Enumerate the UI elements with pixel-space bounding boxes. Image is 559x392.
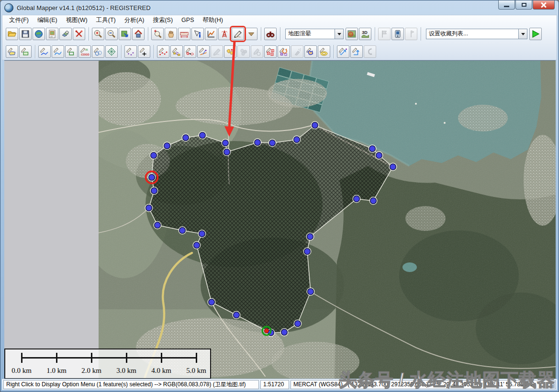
- zoom-full-extent-button[interactable]: [119, 28, 131, 40]
- polygon-vertex[interactable]: [154, 221, 161, 229]
- configuration-button[interactable]: [73, 28, 85, 40]
- feature-info-tool-button[interactable]: [191, 28, 204, 40]
- zoom-in-button[interactable]: [92, 28, 104, 40]
- overview-icon: [347, 29, 357, 39]
- snap-first-vertex-button[interactable]: [337, 45, 349, 58]
- polygon-vertex[interactable]: [307, 288, 314, 295]
- zoom-out-button[interactable]: [105, 28, 118, 40]
- polygon-vertex[interactable]: [163, 142, 171, 150]
- maximize-button[interactable]: [515, 0, 532, 10]
- zoom-tool-button[interactable]: [151, 28, 164, 40]
- overlay-control-center-button[interactable]: [59, 28, 72, 40]
- polygon-vertex[interactable]: [193, 241, 201, 249]
- create-buffer-button[interactable]: [318, 45, 330, 58]
- create-area-feature-button[interactable]: [6, 45, 18, 58]
- minimize-button[interactable]: [498, 0, 515, 10]
- create-rectangle-button[interactable]: [65, 45, 78, 58]
- polygon-vertex[interactable]: [353, 195, 360, 203]
- create-line-feature-button[interactable]: [38, 45, 51, 58]
- view-shed-tool-button[interactable]: [218, 28, 231, 40]
- polygon-vertex[interactable]: [233, 311, 240, 319]
- tower-icon: [220, 29, 229, 39]
- chevron-down-icon[interactable]: [335, 29, 343, 39]
- polygon-vertex[interactable]: [303, 248, 311, 255]
- polygon-vertex[interactable]: [311, 121, 319, 129]
- polygon-vertex[interactable]: [148, 174, 156, 181]
- digitizer-tool-menu-button[interactable]: [245, 28, 257, 40]
- menu-help[interactable]: 帮助(H): [198, 16, 227, 25]
- overview-map-button[interactable]: [346, 28, 358, 40]
- digitizer-tool-button[interactable]: [232, 28, 244, 40]
- create-rectangle-area-button[interactable]: [19, 45, 32, 58]
- polygon-vertex[interactable]: [222, 139, 229, 147]
- gps-device-button[interactable]: [391, 28, 404, 40]
- status-scale: 1:51720: [260, 380, 289, 389]
- polygon-vertex[interactable]: [198, 230, 206, 238]
- split-feature-button[interactable]: [197, 45, 210, 58]
- download-online-imagery-button[interactable]: [33, 28, 45, 40]
- create-point-feature-button[interactable]: [124, 45, 137, 58]
- polygon-vertex[interactable]: [294, 320, 302, 327]
- polygon-vertex[interactable]: [150, 187, 158, 195]
- polygon-vertex[interactable]: [179, 227, 186, 234]
- show-3d-view-button[interactable]: [359, 28, 371, 40]
- polygon-vertex[interactable]: [182, 134, 190, 142]
- close-button[interactable]: [533, 0, 555, 10]
- measure-tool-button[interactable]: [178, 28, 190, 40]
- create-point-at-coordinate-button[interactable]: [138, 45, 150, 58]
- polygon-vertex[interactable]: [369, 197, 377, 205]
- menu-tools[interactable]: 工具(T): [92, 16, 120, 25]
- combine-areas-button[interactable]: [224, 45, 236, 58]
- scale-bar-tick: [161, 353, 162, 363]
- zoom-last-view-button[interactable]: [132, 28, 145, 40]
- polygon-vertex[interactable]: [208, 298, 215, 306]
- polygon-vertex[interactable]: [223, 148, 231, 156]
- resize-grip[interactable]: [549, 383, 555, 388]
- title-bar[interactable]: Global Mapper v14.1 (b120512) - REGISTER…: [0, 0, 559, 15]
- make-right-angle-button[interactable]: [350, 45, 363, 58]
- menu-gps[interactable]: GPS: [177, 16, 198, 24]
- polygon-vertex[interactable]: [280, 328, 288, 336]
- polygon-vertex[interactable]: [268, 139, 276, 147]
- create-cogo-shape-button[interactable]: [78, 45, 91, 58]
- find-features-button[interactable]: [264, 28, 277, 40]
- edit-attributes-button[interactable]: [264, 45, 277, 58]
- polygon-vertex[interactable]: [254, 139, 261, 146]
- menu-file[interactable]: 文件(F): [5, 16, 33, 25]
- polygon-vertex[interactable]: [375, 152, 383, 159]
- polygon-vertex[interactable]: [150, 152, 157, 159]
- menu-view[interactable]: 视图(W): [62, 16, 92, 25]
- map-viewport[interactable]: 0.0 km1.0 km2.0 km3.0 km4.0 km5.0 km: [4, 60, 556, 379]
- menu-search[interactable]: 搜索(S): [148, 16, 177, 25]
- polygon-vertex[interactable]: [199, 131, 206, 139]
- favorites-dropdown[interactable]: 设置收藏列表...: [426, 29, 527, 39]
- menu-edit[interactable]: 编辑(E): [33, 16, 62, 25]
- full-extent-icon: [120, 29, 130, 39]
- polygon-vertex[interactable]: [389, 163, 397, 171]
- cut-area-from-area-button[interactable]: [304, 45, 317, 58]
- polygon-vertex[interactable]: [306, 233, 314, 240]
- pan-tool-button[interactable]: [165, 28, 177, 40]
- map-canvas[interactable]: [4, 61, 556, 379]
- edit-feature-vertices-button[interactable]: [157, 45, 169, 58]
- create-regular-grid-button[interactable]: [105, 45, 118, 58]
- open-workspace-button[interactable]: [46, 28, 58, 40]
- create-line-freehand-button[interactable]: [52, 45, 64, 58]
- save-workspace-button[interactable]: [19, 28, 32, 40]
- copy-features-button[interactable]: [278, 45, 290, 58]
- move-reshape-feature-button[interactable]: [184, 45, 196, 58]
- polygon-vertex[interactable]: [145, 204, 153, 212]
- polygon-vertex[interactable]: [369, 145, 376, 152]
- globe-icon: [34, 29, 44, 39]
- open-data-files-button[interactable]: [6, 28, 18, 40]
- create-range-rings-button[interactable]: [92, 45, 104, 58]
- toolbar-separator: [35, 45, 36, 58]
- map-shader-dropdown[interactable]: 地图渲晕: [285, 29, 344, 39]
- menu-analysis[interactable]: 分析(A): [120, 16, 149, 25]
- apply-favorite-button[interactable]: [529, 28, 542, 40]
- undo-digitization-button: [364, 45, 376, 58]
- create-road-network-button[interactable]: [170, 45, 183, 58]
- path-profile-tool-button[interactable]: [205, 28, 217, 40]
- chevron-down-icon[interactable]: [518, 29, 527, 39]
- polygon-vertex[interactable]: [293, 136, 301, 143]
